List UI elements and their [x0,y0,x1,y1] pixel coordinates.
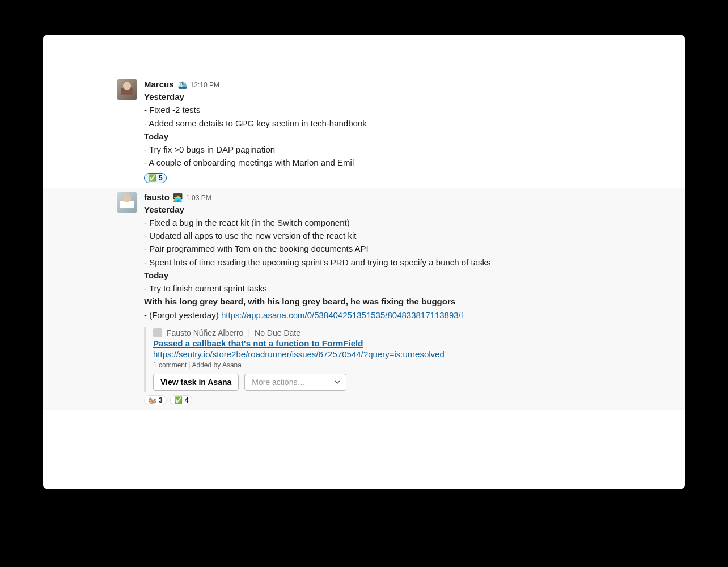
asana-attachment: Fausto Núñez Alberro | No Due Date Passe… [144,327,575,392]
reaction[interactable]: ✅ 5 [144,173,167,183]
username[interactable]: fausto [144,192,170,202]
select-placeholder: More actions… [252,378,305,387]
text: - (Forgot yesterday) [144,310,221,320]
message-header: fausto 👨‍💻 1:03 PM [144,192,674,202]
message-line: - Try fix >0 bugs in DAP pagination [144,143,674,156]
reaction-count: 5 [159,174,163,182]
chevron-down-icon [335,378,340,387]
message-line-bold: With his long grey beard, with his long … [144,295,674,308]
attachment-title[interactable]: Passed a callback that's not a function … [153,338,575,348]
message-line: - Try to finish current sprint tasks [144,282,674,295]
view-task-button[interactable]: View task in Asana [153,374,239,391]
assignee-name: Fausto Núñez Alberro [167,328,243,337]
message-line: - Added some details to GPG key section … [144,117,674,130]
reaction[interactable]: ✅ 4 [170,395,193,405]
asana-link[interactable]: https://app.asana.com/0/538404251351535/… [221,310,463,320]
due-date: No Due Date [255,328,300,337]
comment-count: 1 comment [153,361,187,369]
window: Marcus 🛳️ 12:10 PM Yesterday - Fixed -2 … [43,35,685,489]
message-line: - Fixed -2 tests [144,103,674,116]
avatar[interactable] [117,192,137,213]
message-line: - Fixed a bug in the react kit (in the S… [144,216,674,229]
timestamp[interactable]: 12:10 PM [191,81,219,89]
squirrel-icon: 🐿️ [148,396,156,404]
message-header: Marcus 🛳️ 12:10 PM [144,79,674,89]
message: Marcus 🛳️ 12:10 PM Yesterday - Fixed -2 … [43,75,685,188]
check-icon: ✅ [174,396,183,404]
added-by: Added by Asana [192,361,242,369]
message-list: Marcus 🛳️ 12:10 PM Yesterday - Fixed -2 … [43,35,685,410]
section-heading: Today [144,130,674,143]
assignee-avatar-icon [153,328,162,337]
reactions: ✅ 5 [144,173,674,183]
avatar[interactable] [117,79,137,100]
section-heading: Yesterday [144,90,674,103]
message-line: - (Forgot yesterday) https://app.asana.c… [144,308,674,321]
check-icon: ✅ [148,174,156,182]
message: fausto 👨‍💻 1:03 PM Yesterday - Fixed a b… [43,188,685,410]
separator: | [248,328,250,337]
reaction[interactable]: 🐿️ 3 [144,395,167,405]
reaction-count: 4 [185,396,189,404]
message-line: - Updated all apps to use the new versio… [144,229,674,242]
timestamp[interactable]: 1:03 PM [186,194,211,202]
status-emoji-icon: 👨‍💻 [173,193,183,201]
reaction-count: 3 [159,396,163,404]
more-actions-select[interactable]: More actions… [244,374,346,391]
section-heading: Yesterday [144,203,674,216]
message-line: - Pair programmed with Tom on the bookin… [144,242,674,255]
username[interactable]: Marcus [144,79,174,89]
attachment-url[interactable]: https://sentry.io/store2be/roadrunner/is… [153,349,575,359]
message-line: - A couple of onboarding meetings with M… [144,156,674,169]
reactions: 🐿️ 3 ✅ 4 [144,395,674,405]
section-heading: Today [144,269,674,282]
message-line: - Spent lots of time reading the upcomin… [144,256,674,269]
status-emoji-icon: 🛳️ [177,81,187,88]
